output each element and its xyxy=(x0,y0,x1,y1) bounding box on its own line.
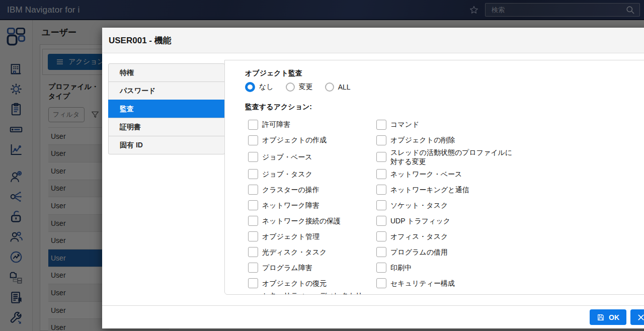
radio-option-all[interactable]: ALL xyxy=(325,82,351,92)
close-x-icon xyxy=(637,313,644,321)
checkbox[interactable] xyxy=(248,169,258,179)
dialog-tab-rail: 特権 パスワード 監査 証明書 固有 ID xyxy=(108,63,225,154)
radio-icon[interactable] xyxy=(286,82,295,92)
checkbox[interactable] xyxy=(376,263,386,273)
checkbox-row: ジョブ・ベース スレッドの活動状態のプロファイルに対する変更 xyxy=(245,148,644,166)
tab-privileges[interactable]: 特権 xyxy=(108,63,225,82)
checkbox[interactable] xyxy=(376,185,386,195)
checkbox-label: UDP トラフィック xyxy=(390,216,450,225)
checkbox[interactable] xyxy=(248,231,258,241)
radio-option-change[interactable]: 変更 xyxy=(286,82,313,92)
tab-unique-id[interactable]: 固有 ID xyxy=(108,136,225,154)
checkbox-label: コマンド xyxy=(390,120,419,129)
checkbox-label: オフィス・タスク xyxy=(390,232,448,241)
checkbox-label: オブジェクトの削除 xyxy=(390,135,455,144)
checkbox-label: プログラムの借用 xyxy=(390,247,448,257)
checkbox-label: セキュリティー・ディレクトリー・ xyxy=(262,291,371,295)
checkbox[interactable] xyxy=(376,152,386,162)
radio-label: 変更 xyxy=(299,82,313,92)
object-audit-heading: オブジェクト監査 xyxy=(245,69,644,78)
checkbox-row-clipped: セキュリティー・ディレクトリー・ xyxy=(245,291,644,295)
checkbox-label: 光ディスク・タスク xyxy=(262,247,327,257)
checkbox-row: 光ディスク・タスク プログラムの借用 xyxy=(245,244,644,260)
checkbox[interactable] xyxy=(248,216,258,226)
close-button[interactable] xyxy=(630,309,644,325)
checkbox-label: オブジェクト管理 xyxy=(262,232,319,241)
checkbox[interactable] xyxy=(376,200,386,210)
tab-password[interactable]: パスワード xyxy=(108,81,225,100)
audit-checkbox-grid: 許可障害 コマンド オブジェクトの作成 オブジェクトの削除 ジョブ・ベース スレ… xyxy=(245,117,644,295)
audit-actions-heading: 監査するアクション: xyxy=(245,103,644,112)
checkbox[interactable] xyxy=(376,231,386,241)
checkbox-label: オブジェクトの復元 xyxy=(262,279,327,288)
tab-audit[interactable]: 監査 xyxy=(108,100,225,118)
dialog-header: USER001 - 機能 xyxy=(102,28,644,53)
checkbox-label: ネットワーキングと通信 xyxy=(390,185,469,194)
screen: IBM Navigator for i xyxy=(0,0,644,331)
checkbox[interactable] xyxy=(248,200,258,210)
checkbox-row: オブジェクト管理 オフィス・タスク xyxy=(245,228,644,244)
checkbox[interactable] xyxy=(376,278,386,288)
checkbox-label: 印刷中 xyxy=(390,263,412,272)
tab-certificate[interactable]: 証明書 xyxy=(108,118,225,136)
checkbox[interactable] xyxy=(376,247,386,257)
checkbox-label: ネットワーク接続の保護 xyxy=(262,216,341,225)
user-functions-dialog: USER001 - 機能 特権 パスワード 監査 証明書 固有 ID オブジェク… xyxy=(102,28,644,328)
checkbox[interactable] xyxy=(248,120,258,130)
checkbox[interactable] xyxy=(248,135,258,145)
checkbox-label: ネットワーク・ベース xyxy=(390,170,462,179)
checkbox-label: オブジェクトの作成 xyxy=(262,135,327,144)
ok-button[interactable]: OK xyxy=(590,309,626,325)
radio-selected-icon[interactable] xyxy=(245,82,255,92)
checkbox[interactable] xyxy=(248,278,258,288)
checkbox[interactable] xyxy=(376,120,386,130)
audit-tab-panel: オブジェクト監査 なし 変更 ALL 監査するアクション: xyxy=(224,60,644,295)
checkbox-label: プログラム障害 xyxy=(262,263,312,272)
checkbox[interactable] xyxy=(248,152,258,162)
checkbox-label: ソケット・タスク xyxy=(390,201,448,210)
checkbox[interactable] xyxy=(248,247,258,257)
radio-label: なし xyxy=(259,82,274,92)
checkbox[interactable] xyxy=(376,169,386,179)
checkbox-row: クラスターの操作 ネットワーキングと通信 xyxy=(245,182,644,197)
checkbox-label: ネットワーク障害 xyxy=(262,201,319,210)
checkbox[interactable] xyxy=(248,185,258,195)
checkbox-row: オブジェクトの作成 オブジェクトの削除 xyxy=(245,132,644,148)
save-floppy-icon xyxy=(597,313,605,321)
checkbox-label: セキュリティー構成 xyxy=(390,279,455,288)
checkbox[interactable] xyxy=(248,263,258,273)
checkbox-row: プログラム障害 印刷中 xyxy=(245,260,644,275)
object-audit-radio-group: なし 変更 ALL xyxy=(245,82,644,92)
checkbox-label: スレッドの活動状態のプロファイルに対する変更 xyxy=(390,148,516,166)
checkbox-label: ジョブ・タスク xyxy=(262,170,312,179)
checkbox-row: ネットワーク接続の保護 UDP トラフィック xyxy=(245,213,644,228)
dialog-title: USER001 - 機能 xyxy=(102,28,644,53)
radio-icon[interactable] xyxy=(325,82,334,92)
checkbox-label: クラスターの操作 xyxy=(262,185,319,194)
checkbox[interactable] xyxy=(376,135,386,145)
checkbox-label: ジョブ・ベース xyxy=(262,152,312,161)
checkbox-row: オブジェクトの復元 セキュリティー構成 xyxy=(245,275,644,291)
checkbox-label: 許可障害 xyxy=(262,120,290,129)
dialog-footer: OK xyxy=(102,305,644,328)
radio-option-none[interactable]: なし xyxy=(245,82,274,92)
checkbox-row: ジョブ・タスク ネットワーク・ベース xyxy=(245,166,644,182)
radio-label: ALL xyxy=(338,83,351,91)
checkbox-row: ネットワーク障害 ソケット・タスク xyxy=(245,197,644,213)
ok-button-label: OK xyxy=(609,313,619,321)
dialog-body: 特権 パスワード 監査 証明書 固有 ID オブジェクト監査 なし 変更 xyxy=(102,54,644,305)
checkbox-row: 許可障害 コマンド xyxy=(245,117,644,132)
checkbox[interactable] xyxy=(376,216,386,226)
